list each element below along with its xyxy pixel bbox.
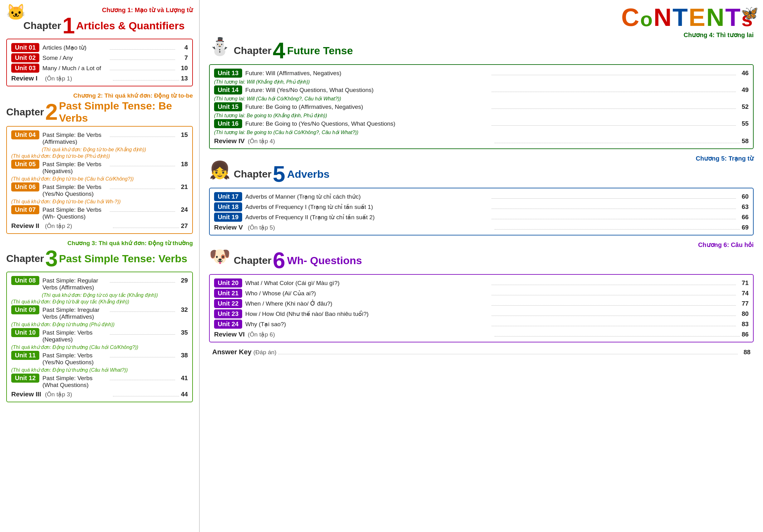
unit-10-subtitle-top: (Thì quá khứ đơn: Động từ thường (Phủ đị… xyxy=(11,321,188,327)
ch6-chapter-word: Chapter xyxy=(234,255,272,266)
contents-t1: T xyxy=(673,3,689,31)
unit-01-page: 4 xyxy=(177,44,188,51)
unit-23-label: Unit 23 xyxy=(214,310,242,318)
unit-20-row: Unit 20 What / What Color (Cái gì/ Màu g… xyxy=(214,279,749,288)
unit-12-label: Unit 12 xyxy=(11,374,39,383)
review-3-label: Review III xyxy=(11,391,43,398)
unit-04-subtitle: (Thì quá khứ đơn: Động từ to-be (Khẳng đ… xyxy=(42,146,188,152)
unit-13-subtitle: (Thì tương lai: Will (Khẳng định, Phủ đị… xyxy=(214,79,749,85)
unit-15-text: Future: Be Going to (Affirmatives, Negat… xyxy=(245,104,490,110)
dotted xyxy=(110,189,175,189)
unit-12-subtitle-top: (Thì quá khứ đơn: Động từ thường (Câu hỏ… xyxy=(11,367,188,373)
unit-18-page: 63 xyxy=(738,203,749,211)
unit-24-row: Unit 24 Why (Tại sao?) 83 xyxy=(214,320,749,329)
ch6-num: 6 xyxy=(273,249,285,272)
unit-10-page: 35 xyxy=(177,329,188,336)
ch4-chapter-word: Chapter xyxy=(234,45,272,56)
unit-21-row: Unit 21 Who / Whose (Ai/ Của ai?) 74 xyxy=(214,289,749,298)
unit-07-text: Past Simple: Be Verbs (Wh- Questions) xyxy=(43,207,108,220)
unit-08-text: Past Simple: Regular Verbs (Affirmatives… xyxy=(43,277,108,291)
unit-05-subtitle-top: (Thì quá khứ đơn: Động từ to-be (Phủ địn… xyxy=(11,153,188,159)
unit-23-page: 80 xyxy=(738,310,749,317)
ch6-box: Unit 20 What / What Color (Cái gì/ Màu g… xyxy=(209,274,754,342)
ch3-box: Unit 08 Past Simple: Regular Verbs (Affi… xyxy=(6,272,193,402)
review-6-page: 86 xyxy=(742,331,749,338)
unit-14-subtitle: (Thì tương lai: Will (Câu hỏi Có/Không?,… xyxy=(214,96,749,102)
dotted xyxy=(491,326,736,326)
ch5-subtitle: Chương 5: Trạng từ xyxy=(696,155,754,162)
unit-21-text: Who / Whose (Ai/ Của ai?) xyxy=(245,290,490,297)
dotted xyxy=(110,311,175,312)
unit-14-page: 49 xyxy=(738,86,749,94)
dog-icon: 🐶 xyxy=(209,246,231,267)
ch2-box: Unit 04 Past Simple: Be Verbs (Affirmati… xyxy=(6,126,193,234)
review-4-page: 58 xyxy=(742,137,749,145)
unit-11-subtitle-top: (Thì quá khứ đơn: Động từ thường (Câu hỏ… xyxy=(11,344,188,350)
unit-22-page: 77 xyxy=(738,300,749,307)
unit-07-block: (Thì quá khứ đơn: Động từ to-be (Câu hỏi… xyxy=(11,199,188,220)
unit-16-subtitle: (Thì tương lai: Be going to (Câu hỏi Có/… xyxy=(214,130,749,135)
unit-21-page: 74 xyxy=(738,290,749,297)
ch3-num: 3 xyxy=(45,247,58,270)
left-panel: 🐱 Chương 1: Mạo từ và Lượng từ Chapter 1… xyxy=(0,0,200,532)
unit-02-label: Unit 02 xyxy=(11,53,39,62)
review-5-page: 69 xyxy=(742,224,749,231)
ch5-header-area: 👧 Chương 5: Trạng từ Chapter 5 Adverbs xyxy=(209,155,754,185)
unit-15-page: 52 xyxy=(738,103,749,110)
ch4-box: Unit 13 Future: Will (Affirmatives, Nega… xyxy=(209,64,754,149)
unit-01-row: Unit 01 Articles (Mạo từ) 4 xyxy=(11,43,188,52)
contents-o: o xyxy=(640,8,653,31)
unit-06-block: (Thì quá khứ đơn: Động từ to-be (Câu hỏi… xyxy=(11,176,188,197)
butterfly-icon: 🦋 xyxy=(741,5,758,21)
unit-07-page: 24 xyxy=(177,206,188,213)
unit-03-page: 10 xyxy=(177,64,188,72)
unit-05-block: (Thì quá khứ đơn: Động từ to-be (Phủ địn… xyxy=(11,153,188,175)
unit-13-page: 46 xyxy=(738,69,749,77)
ch3-title: Past Simple Tense: Verbs xyxy=(59,253,187,265)
review-1-label: Review I xyxy=(11,74,43,82)
review-3-page: 44 xyxy=(181,391,188,398)
review-5-row: Review V (Ôn tập 5) 69 xyxy=(214,223,749,231)
ch1-num: 1 xyxy=(62,14,75,37)
unit-06-subtitle-top: (Thì quá khứ đơn: Động từ to-be (Câu hỏi… xyxy=(11,176,188,182)
ch2-chapter-word: Chapter xyxy=(6,106,44,118)
unit-04-text: Past Simple: Be Verbs (Affirmatives) xyxy=(43,132,108,145)
unit-04-page: 15 xyxy=(177,131,188,138)
unit-09-page: 32 xyxy=(177,306,188,313)
ch2-subtitle: Chương 2: Thì quá khứ đơn: Động từ to-be xyxy=(73,92,193,99)
dotted xyxy=(113,80,179,80)
unit-18-row: Unit 18 Adverbs of Frequency I (Trạng từ… xyxy=(214,202,749,212)
unit-19-row: Unit 19 Adverbs of Frequency II (Trạng t… xyxy=(214,213,749,222)
ch6-subtitle: Chương 6: Câu hỏi xyxy=(698,241,754,248)
ch4-header-area: ⛄ Chương 4: Thì tương lai Chapter 4 Futu… xyxy=(209,31,754,62)
answer-key-page: 88 xyxy=(740,349,750,356)
unit-09-subtitle-top: (Thì quá khứ đơn: Động từ bất quy tắc (K… xyxy=(11,299,188,305)
dotted xyxy=(491,315,736,316)
contents-n2: N xyxy=(706,3,725,31)
unit-17-label: Unit 17 xyxy=(214,192,242,201)
unit-20-label: Unit 20 xyxy=(214,279,242,288)
right-panel: CoNTENTs 🦋 ⛄ Chương 4: Thì tương lai Cha… xyxy=(200,0,763,532)
unit-20-page: 71 xyxy=(738,279,749,287)
unit-10-block: (Thì quá khứ đơn: Động từ thường (Phủ đị… xyxy=(11,321,188,343)
unit-02-row: Unit 02 Some / Any 7 xyxy=(11,53,188,62)
dotted xyxy=(110,59,175,60)
unit-18-text: Adverbs of Frequency I (Trạng từ chỉ tần… xyxy=(245,203,490,211)
ch5-box: Unit 17 Adverbs of Manner (Trạng từ chỉ … xyxy=(209,188,754,235)
unit-10-label: Unit 10 xyxy=(11,328,39,337)
answer-key-label: Answer Key xyxy=(212,348,252,356)
ch4-title: Future Tense xyxy=(287,44,353,57)
unit-05-label: Unit 05 xyxy=(11,160,39,169)
unit-22-label: Unit 22 xyxy=(214,299,242,308)
ch1-title: Articles & Quantifiers xyxy=(76,20,185,32)
unit-12-page: 41 xyxy=(177,375,188,382)
unit-03-text: Many / Much / a Lot of xyxy=(43,65,108,72)
unit-18-label: Unit 18 xyxy=(214,202,242,212)
unit-06-label: Unit 06 xyxy=(11,182,39,192)
review-5-text: (Ôn tập 5) xyxy=(248,224,493,231)
unit-12-block: (Thì quá khứ đơn: Động từ thường (Câu hỏ… xyxy=(11,367,188,389)
dotted xyxy=(491,198,736,199)
unit-08-block: Unit 08 Past Simple: Regular Verbs (Affi… xyxy=(11,276,188,298)
unit-22-text: When / Where (Khi nào/ Ở đâu?) xyxy=(245,300,490,307)
unit-24-text: Why (Tại sao?) xyxy=(245,320,490,328)
